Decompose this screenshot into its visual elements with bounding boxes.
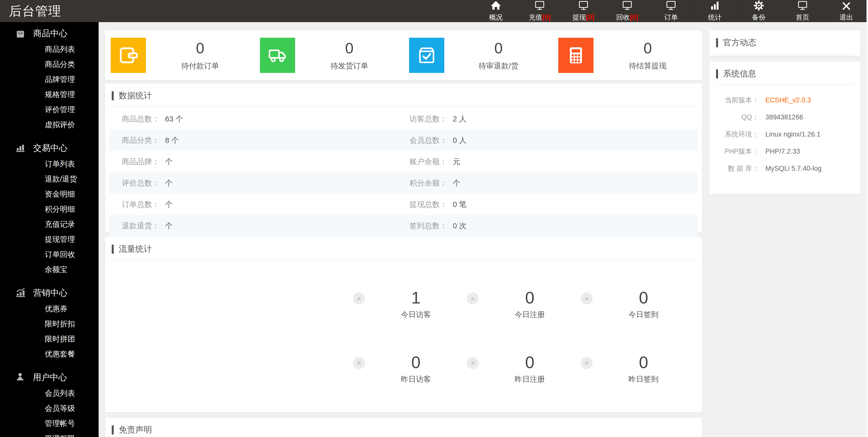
sidebar-item-order-list[interactable]: 订单列表	[0, 157, 99, 171]
traffic-stat: = 0昨日访客	[353, 353, 467, 384]
sidebar-item-group-buy[interactable]: 限时拼团	[0, 331, 99, 346]
sidebar-item-spec-manage[interactable]: 规格管理	[0, 87, 99, 102]
close-icon	[841, 0, 851, 11]
traffic-label: 昨日访客	[365, 374, 467, 384]
section-header: 免责声明	[105, 417, 702, 436]
card-pending-payment: 0 待付款订单	[105, 30, 254, 80]
nav-withdraw[interactable]: 提现[0]	[562, 0, 605, 22]
info-value: 3894381266	[765, 113, 803, 121]
equals-icon: =	[581, 357, 593, 369]
sidebar-item-virtual-review[interactable]: 虚拟评价	[0, 117, 99, 132]
nav-label: 订单	[664, 13, 678, 21]
sidebar-head-marketing[interactable]: 营销中心	[0, 284, 99, 301]
nav-label: 提现	[572, 13, 586, 21]
traffic-label: 今日签到	[593, 309, 694, 320]
sidebar-head-trade[interactable]: 交易中心	[0, 140, 99, 157]
sidebar-item-admin-account[interactable]: 管理帐号	[0, 416, 99, 431]
stat-value: 0 人	[453, 135, 466, 145]
sidebar-item-order-recycle[interactable]: 订单回收	[0, 247, 99, 262]
nav-logout[interactable]: 退出	[824, 0, 868, 22]
data-stats-rows: 商品总数：63 个 访客总数：2 人 商品分类：8 个 会员总数：0 人 商品品…	[105, 107, 702, 240]
section-title: 官方动态	[723, 37, 756, 48]
data-stats-panel: 数据统计 商品总数：63 个 访客总数：2 人 商品分类：8 个 会员总数：0 …	[105, 83, 702, 232]
box-check-icon	[409, 38, 444, 73]
traffic-row-today: = 1今日访客 = 0今日注册 = 0今日签到	[353, 289, 694, 320]
nav-label: 备份	[752, 13, 766, 21]
sidebar-item-review-manage[interactable]: 评价管理	[0, 102, 99, 117]
info-label: 系统环境：	[716, 130, 759, 139]
divider	[715, 54, 855, 54]
home-icon	[490, 0, 502, 11]
nav-home-page[interactable]: 首页	[780, 0, 824, 22]
monitor-icon	[797, 0, 808, 11]
card-pending-refund: 0 待审退款/货	[404, 30, 553, 80]
version-link[interactable]: ECSHE_v2.0.3	[765, 96, 811, 104]
info-value: MySQLi 5.7.40-log	[765, 165, 822, 172]
stat-value: 个	[453, 178, 460, 188]
nav-label: 概况	[489, 13, 503, 21]
sidebar-item-member-list[interactable]: 会员列表	[0, 386, 99, 401]
info-value: PHP/7.2.33	[765, 147, 800, 156]
trend-chart-icon	[14, 287, 26, 299]
stat-label: 访客总数：	[409, 114, 447, 124]
table-row: 商品分类：8 个 会员总数：0 人	[109, 130, 698, 151]
card-value: 0	[345, 39, 353, 57]
wallet-icon	[111, 38, 146, 73]
nav-overview[interactable]: 概况	[474, 0, 518, 22]
stat-label: 会员总数：	[409, 135, 447, 145]
equals-icon: =	[581, 293, 593, 304]
nav-label: 充值	[529, 13, 542, 21]
stat-label: 账户余额：	[409, 157, 447, 167]
nav-label: 首页	[796, 13, 809, 21]
divider	[111, 260, 696, 260]
sidebar-item-recharge-record[interactable]: 充值记录	[0, 217, 99, 232]
sidebar-item-goods-category[interactable]: 商品分类	[0, 57, 99, 72]
sidebar-section-title: 商品中心	[33, 28, 67, 39]
stat-label: 订单总数：	[122, 199, 159, 210]
traffic-value: 0	[593, 353, 694, 372]
monitor-icon	[534, 0, 546, 11]
system-info-rows: 当前版本： ECSHE_v2.0.3 QQ： 3894381266 系统环境： …	[710, 85, 861, 177]
app-title: 后台管理	[0, 0, 61, 22]
shopping-bag-icon	[14, 28, 26, 39]
nav-badge: [0]	[542, 13, 551, 21]
info-label: 数 据 库：	[716, 164, 759, 173]
official-news-panel: 官方动态	[710, 30, 861, 56]
sidebar-item-brand-manage[interactable]: 品牌管理	[0, 72, 99, 87]
sidebar-item-goods-list[interactable]: 商品列表	[0, 42, 99, 57]
nav-orders[interactable]: 订单	[649, 0, 693, 22]
card-value: 0	[494, 39, 503, 57]
nav-statistics[interactable]: 统计	[693, 0, 737, 22]
sidebar-item-refund-return[interactable]: 退款/退货	[0, 171, 99, 187]
top-nav: 概况 充值[0] 提现[0] 回收[0] 订单	[474, 0, 868, 22]
nav-recycle[interactable]: 回收[0]	[605, 0, 649, 22]
sidebar-item-admin-permission[interactable]: 管理权限	[0, 431, 99, 437]
sidebar-item-points-detail[interactable]: 积分明细	[0, 202, 99, 217]
sidebar-item-flash-discount[interactable]: 限时折扣	[0, 316, 99, 331]
page-scrollbar[interactable]	[867, 0, 868, 437]
stat-label: 提现总数：	[409, 199, 447, 210]
stat-value: 元	[453, 157, 460, 167]
table-row: 退款退货：个 签到总数：0 次	[109, 215, 698, 237]
traffic-label: 今日访客	[365, 309, 467, 320]
table-row: 商品品牌：个 账户余额：元	[109, 151, 698, 172]
list-item: PHP版本： PHP/7.2.33	[716, 143, 855, 160]
sidebar-item-combo-deal[interactable]: 优惠套餐	[0, 346, 99, 362]
top-bar: 后台管理 概况 充值[0] 提现[0] 回收[0]	[0, 0, 868, 22]
sidebar-item-withdraw-manage[interactable]: 提现管理	[0, 232, 99, 247]
sidebar-section-marketing: 营销中心 优惠券 限时折扣 限时拼团 优惠套餐	[0, 284, 99, 362]
nav-backup[interactable]: 备份	[737, 0, 780, 22]
sidebar-head-goods[interactable]: 商品中心	[0, 25, 99, 42]
section-header: 流量统计	[105, 237, 702, 255]
card-label: 待发货订单	[331, 61, 368, 71]
sidebar-item-member-level[interactable]: 会员等级	[0, 401, 99, 416]
nav-recharge[interactable]: 充值[0]	[518, 0, 562, 22]
stat-value: 0 笔	[453, 199, 466, 210]
sidebar-head-user[interactable]: 用户中心	[0, 369, 99, 386]
calculator-icon	[558, 38, 593, 73]
sidebar-item-coupon[interactable]: 优惠券	[0, 301, 99, 316]
sidebar-item-yuebao[interactable]: 余额宝	[0, 262, 99, 277]
nav-label: 回收	[616, 13, 630, 21]
card-value: 0	[196, 39, 204, 57]
sidebar-item-fund-detail[interactable]: 资金明细	[0, 187, 99, 202]
